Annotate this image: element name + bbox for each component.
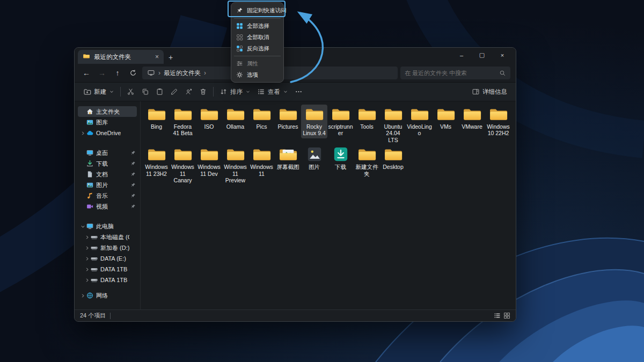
breadcrumb-chevron-icon: › bbox=[158, 69, 160, 77]
menu-item[interactable]: 属性 bbox=[233, 58, 282, 69]
file-tile[interactable]: Windows 10 22H2 bbox=[485, 105, 511, 138]
file-tile[interactable]: Desktop bbox=[380, 145, 406, 172]
sidebar-item-label: 本地磁盘 (C:) bbox=[100, 233, 129, 241]
sidebar-item[interactable]: 图片 bbox=[78, 180, 137, 190]
up-button[interactable]: ↑ bbox=[111, 67, 124, 79]
gallery-icon bbox=[86, 119, 94, 126]
view-button[interactable]: 查看 bbox=[254, 86, 291, 98]
folder-icon bbox=[278, 106, 298, 122]
refresh-button[interactable] bbox=[127, 67, 140, 79]
folder-icon bbox=[199, 146, 219, 162]
status-bar: 24 个项目 bbox=[75, 309, 516, 321]
folder-icon bbox=[83, 53, 91, 61]
file-tile[interactable]: Rocky Linux 9.4 bbox=[301, 105, 327, 138]
sort-button[interactable]: 排序 bbox=[216, 86, 254, 98]
maximize-button[interactable]: ▢ bbox=[472, 48, 492, 62]
drive-icon bbox=[90, 255, 98, 262]
chevron-right-icon[interactable] bbox=[84, 245, 90, 251]
file-tile[interactable]: Ubuntu 24.04 LTS bbox=[380, 105, 406, 145]
folder-icon bbox=[357, 106, 377, 122]
file-tile[interactable]: Windows 11 Preview bbox=[222, 145, 248, 185]
file-tile[interactable]: Ollama bbox=[222, 105, 248, 131]
file-tile[interactable]: Windows 11 23H2 bbox=[143, 145, 170, 179]
file-tile[interactable]: 新建文件夹 bbox=[354, 145, 380, 179]
sidebar-item[interactable]: 本地磁盘 (C:) bbox=[78, 232, 137, 242]
sidebar-item[interactable]: DATA 1TB (G:) bbox=[78, 275, 137, 285]
share-button[interactable] bbox=[181, 86, 196, 98]
toolbar-separator bbox=[213, 87, 214, 97]
delete-button[interactable] bbox=[196, 86, 210, 98]
chevron-right-icon[interactable] bbox=[84, 277, 90, 283]
file-tile[interactable]: 屏幕截图 bbox=[275, 145, 301, 172]
search-box[interactable] bbox=[400, 67, 510, 79]
close-button[interactable]: × bbox=[492, 48, 513, 62]
sidebar-item[interactable]: DATA (E:) bbox=[78, 253, 137, 264]
sidebar-item[interactable]: 主文件夹 bbox=[78, 106, 137, 117]
sidebar-item[interactable]: OneDrive bbox=[78, 128, 137, 138]
chevron-right-icon[interactable] bbox=[84, 234, 90, 240]
sidebar-item[interactable]: 下载 bbox=[78, 158, 137, 169]
forward-button[interactable]: → bbox=[96, 67, 108, 79]
details-pane-button[interactable]: 详细信息 bbox=[469, 86, 510, 98]
menu-item[interactable]: 全部选择 bbox=[233, 20, 282, 32]
pin-icon bbox=[130, 182, 136, 188]
chevron-right-icon[interactable] bbox=[80, 130, 86, 136]
cut-button[interactable] bbox=[123, 86, 138, 98]
rename-button[interactable] bbox=[167, 86, 181, 98]
new-icon bbox=[83, 88, 91, 95]
minimize-button[interactable]: – bbox=[451, 48, 472, 62]
chevron-right-icon[interactable] bbox=[84, 267, 90, 272]
file-tile[interactable]: 图片 bbox=[301, 145, 327, 172]
copy-button[interactable] bbox=[138, 86, 152, 98]
sidebar-item[interactable]: 图库 bbox=[78, 117, 137, 128]
file-tile[interactable]: scriptrunner bbox=[327, 105, 354, 138]
toolbar-left: 新建排序查看 bbox=[80, 86, 306, 98]
back-button[interactable]: ← bbox=[80, 67, 93, 79]
status-divider bbox=[110, 313, 111, 319]
new-tab-button[interactable]: + bbox=[164, 51, 178, 64]
file-tile[interactable]: Tools bbox=[354, 105, 380, 131]
sidebar-item[interactable]: 音乐 bbox=[78, 190, 137, 201]
sidebar-item-label: DATA 1TB (F:) bbox=[100, 266, 129, 272]
sidebar-item[interactable]: 桌面 bbox=[78, 147, 137, 158]
search-input[interactable] bbox=[405, 70, 497, 76]
folder-pic-icon bbox=[278, 146, 298, 162]
file-tile[interactable]: VideoLingo bbox=[406, 105, 433, 138]
menu-item[interactable]: 全部取消 bbox=[233, 32, 282, 43]
file-tile[interactable]: Pictures bbox=[275, 105, 301, 131]
file-tile[interactable]: Windows 11 Canary bbox=[170, 145, 196, 185]
sidebar-item[interactable]: 网络 bbox=[78, 290, 137, 301]
tab-recent-folders[interactable]: 最近的文件夹 × bbox=[78, 50, 164, 64]
file-tile[interactable]: VMware bbox=[459, 105, 485, 131]
new-button[interactable]: 新建 bbox=[80, 86, 118, 98]
sidebar-item[interactable]: DATA 1TB (F:) bbox=[78, 264, 137, 275]
file-tile[interactable]: Bing bbox=[143, 105, 170, 131]
sidebar-item[interactable]: 新加卷 (D:) bbox=[78, 242, 137, 253]
file-tile[interactable]: VMs bbox=[433, 105, 459, 131]
chevron-right-icon[interactable] bbox=[84, 256, 90, 262]
download-tile-icon bbox=[331, 146, 351, 162]
file-tile[interactable]: Windows 11 bbox=[248, 145, 275, 179]
file-tile[interactable]: Fedora 41 Beta bbox=[170, 105, 196, 138]
sidebar-item[interactable]: 文档 bbox=[78, 169, 137, 180]
chevron-down-icon[interactable] bbox=[80, 224, 86, 230]
sidebar-item[interactable]: 此电脑 bbox=[78, 221, 137, 232]
file-name: Rocky Linux 9.4 bbox=[302, 123, 327, 137]
file-tile[interactable]: 下载 bbox=[327, 145, 354, 172]
more-icon bbox=[295, 88, 303, 95]
file-tile[interactable]: ISO bbox=[196, 105, 222, 131]
drive-icon bbox=[90, 265, 98, 273]
details-view-toggle-icon[interactable] bbox=[494, 312, 501, 319]
menu-item[interactable]: 反向选择 bbox=[233, 43, 282, 54]
menu-item[interactable]: 选项 bbox=[233, 69, 282, 80]
paste-button[interactable] bbox=[152, 86, 167, 98]
breadcrumb-segment[interactable]: 最近的文件夹 bbox=[164, 69, 201, 77]
icons-view-toggle-icon[interactable] bbox=[503, 312, 510, 319]
file-tile[interactable]: Windows 11 Dev bbox=[196, 145, 222, 179]
sidebar-item[interactable]: 视频 bbox=[78, 201, 137, 212]
chevron-right-icon[interactable] bbox=[80, 293, 86, 299]
file-tile[interactable]: Pics bbox=[248, 105, 275, 131]
more-options-button[interactable] bbox=[291, 86, 306, 98]
file-name: Tools bbox=[360, 123, 374, 130]
tab-close-icon[interactable]: × bbox=[155, 53, 159, 61]
